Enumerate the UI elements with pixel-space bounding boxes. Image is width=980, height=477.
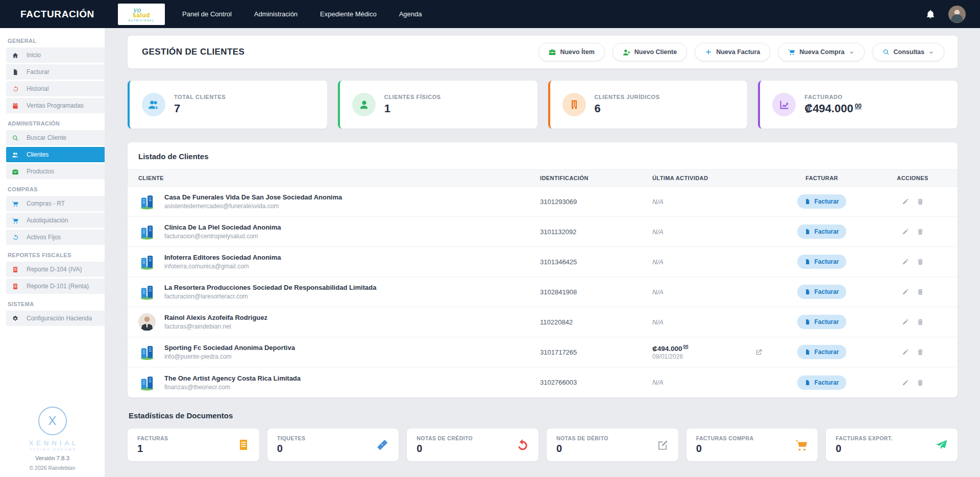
facturar-label: Facturar (814, 198, 839, 205)
facturar-label: Facturar (814, 228, 839, 235)
user-icon (359, 99, 369, 110)
col-ultima-actividad: ÚLTIMA ACTIVIDAD (652, 175, 742, 181)
search-icon (12, 135, 19, 141)
edit-icon[interactable] (902, 318, 909, 325)
invoice-document-icon (237, 439, 250, 451)
report-icon (12, 266, 19, 273)
external-link-icon[interactable] (755, 348, 763, 356)
button-label: Nuevo Cliente (634, 48, 677, 56)
facturar-button[interactable]: Facturar (797, 255, 846, 269)
sidebar-item-inicio[interactable]: Inicio (6, 47, 105, 63)
docstat-label: FACTURAS (137, 435, 168, 441)
nav-panel-de-control[interactable]: Panel de Control (182, 10, 232, 18)
docstat-notas-debito: NOTAS DE DÉBITO 0 (547, 429, 678, 461)
notifications-bell-icon[interactable] (926, 10, 935, 19)
sidebar-item-clientes[interactable]: Clientes (6, 147, 105, 162)
facturar-button[interactable]: Facturar (797, 224, 846, 239)
table-row: La Resortera Producciones Sociedad De Re… (128, 277, 958, 307)
page-header: GESTIÓN DE CLIENTES Nuevo Ítem Nuevo Cli… (128, 36, 958, 68)
delete-icon[interactable] (917, 258, 924, 265)
facturar-label: Facturar (814, 258, 839, 265)
button-label: Nueva Factura (716, 48, 760, 56)
edit-icon[interactable] (902, 228, 909, 235)
nuevo-item-button[interactable]: Nuevo Ítem (538, 43, 604, 61)
sidebar-item-reporte-d104[interactable]: Reporte D-104 (IVA) (6, 262, 105, 277)
client-name: Sporting Fc Sociedad Anonima Deportiva (164, 344, 295, 352)
stat-clientes-juridicos: CLIENTES JURÍDICOS 6 (548, 81, 748, 129)
company-building-icon (138, 193, 156, 210)
invoice-file-icon (804, 198, 811, 205)
plus-icon (705, 48, 712, 56)
nav-administracion[interactable]: Administración (254, 10, 298, 18)
client-name: The One Artist Agency Costa Rica Limitad… (164, 374, 301, 382)
last-activity: N/A (652, 379, 742, 386)
docstat-notas-credito: NOTAS DE CRÉDITO 0 (407, 429, 538, 461)
delete-icon[interactable] (917, 228, 924, 235)
topbar-right (926, 6, 980, 23)
app-title: FACTURACIÓN (0, 9, 105, 20)
chart-line-icon (779, 99, 790, 110)
docstat-value: 1 (137, 443, 168, 455)
sidebar-section-compras: COMPRAS (0, 181, 105, 196)
edit-icon[interactable] (902, 258, 909, 265)
sidebar-item-historial[interactable]: Historial (6, 81, 105, 96)
delete-icon[interactable] (917, 288, 924, 295)
sidebar-item-buscar-cliente[interactable]: Buscar Cliente (6, 130, 105, 145)
header-actions: Nuevo Ítem Nuevo Cliente Nueva Factura N… (538, 43, 944, 61)
sidebar-item-compras-rt[interactable]: Compras - RT (6, 196, 105, 211)
delete-icon[interactable] (917, 348, 924, 356)
invoice-file-icon (804, 289, 811, 295)
table-row: Casa De Funerales Vida De San Jose Socie… (128, 187, 958, 217)
sidebar-item-productos[interactable]: Productos (6, 164, 105, 179)
nav-expediente-medico[interactable]: Expediente Médico (320, 10, 377, 18)
logo-line-3: NUTRICIONAL (129, 19, 154, 22)
edit-icon[interactable] (902, 379, 909, 386)
stat-value: ₡494.00000 (804, 102, 862, 115)
consultas-dropdown[interactable]: Consultas (872, 43, 944, 61)
nuevo-cliente-button[interactable]: Nuevo Cliente (612, 43, 687, 61)
sidebar-item-ventas-programadas[interactable]: Ventas Programadas (6, 98, 105, 113)
facturar-button[interactable]: Facturar (797, 285, 846, 299)
facturar-button[interactable]: Facturar (797, 315, 846, 329)
sidebar-item-configuracion-hacienda[interactable]: Configuración Hacienda (6, 311, 105, 326)
ticket-icon (376, 438, 389, 451)
delete-icon[interactable] (917, 379, 924, 386)
sidebar-item-facturar[interactable]: Facturar (6, 64, 105, 80)
facturar-button[interactable]: Facturar (797, 194, 846, 209)
sidebar-item-reporte-d101[interactable]: Reporte D-101 (Renta) (6, 279, 105, 294)
docstat-value: 0 (836, 443, 892, 455)
sidebar-item-activos-fijos[interactable]: Activos Fijos (6, 230, 105, 245)
sidebar-item-label: Autoliquidación (27, 217, 68, 224)
facturar-button[interactable]: Facturar (797, 345, 846, 359)
nav-agenda[interactable]: Agenda (399, 10, 422, 18)
stat-icon-bubble (772, 93, 796, 116)
person-avatar-icon (138, 313, 156, 331)
copyright-label: © 2026 Raindebian (0, 465, 105, 471)
client-name: La Resortera Producciones Sociedad De Re… (164, 284, 376, 291)
invoice-file-icon (804, 229, 811, 235)
company-building-icon (138, 223, 156, 240)
delete-icon[interactable] (917, 198, 924, 205)
cart-icon (12, 200, 19, 207)
edit-icon[interactable] (902, 288, 909, 295)
edit-icon[interactable] (902, 198, 909, 205)
client-name: Rainol Alexis Azofeifa Rodriguez (164, 314, 267, 321)
facturar-button[interactable]: Facturar (797, 375, 846, 390)
stat-cards: TOTAL CLIENTES 7 CLIENTES FÍSICOS 1 CLIE… (128, 81, 958, 129)
stat-facturado: FACTURADO ₡494.00000 (758, 81, 958, 129)
table-header: CLIENTE IDENTIFICACIÓN ÚLTIMA ACTIVIDAD … (128, 169, 958, 187)
client-name: Clinica De La Piel Sociedad Anonima (164, 223, 281, 231)
client-name: Casa De Funerales Vida De San Jose Socie… (164, 193, 342, 201)
nueva-compra-dropdown[interactable]: Nueva Compra (778, 43, 864, 61)
invoice-file-icon (12, 69, 19, 76)
sidebar-item-autoliquidacion[interactable]: Autoliquidación (6, 213, 105, 228)
sidebar-item-label: Facturar (27, 68, 50, 76)
company-building-icon (138, 374, 156, 391)
nueva-factura-button[interactable]: Nueva Factura (695, 43, 770, 61)
edit-icon[interactable] (902, 348, 909, 356)
sidebar-footer: X XENNIAL TYPING DREAMS Versión 7.8.3 © … (0, 407, 105, 471)
user-avatar[interactable] (948, 6, 966, 23)
company-logo[interactable]: yo salud NUTRICIONAL (118, 4, 165, 25)
docstat-label: NOTAS DE CRÉDITO (416, 435, 473, 441)
delete-icon[interactable] (917, 318, 924, 325)
